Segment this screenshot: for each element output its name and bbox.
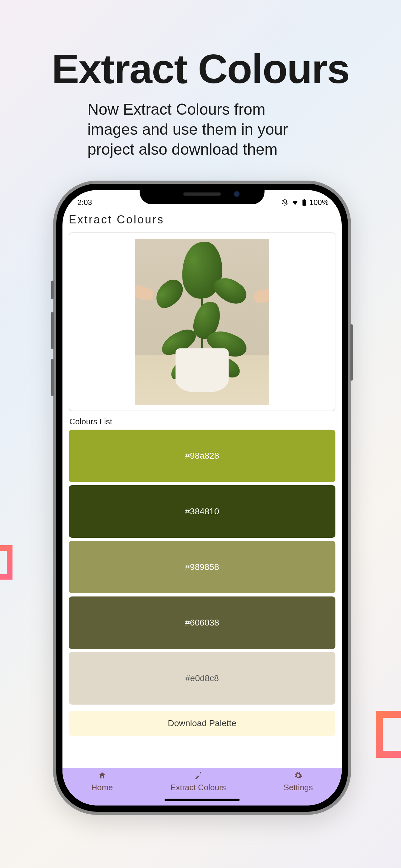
svg-rect-1 xyxy=(303,200,306,206)
battery-percent: 100% xyxy=(309,198,329,207)
swatch-hex-label: #98a828 xyxy=(185,451,219,461)
status-time: 2:03 xyxy=(77,198,92,207)
wifi-icon xyxy=(291,199,299,206)
side-button xyxy=(51,359,54,396)
swatch-hex-label: #384810 xyxy=(185,506,219,517)
home-indicator[interactable] xyxy=(165,799,239,801)
colour-swatch[interactable]: #606038 xyxy=(69,596,335,649)
screen: 2:03 100% Extract Colours xyxy=(63,190,342,806)
swatches-list: #98a828 #384810 #989858 #606038 #e0d8c8 xyxy=(63,430,342,705)
nav-label: Settings xyxy=(283,783,313,793)
colour-swatch[interactable]: #98a828 xyxy=(69,430,335,482)
side-button xyxy=(350,324,353,380)
colour-swatch[interactable]: #e0d8c8 xyxy=(69,652,335,705)
download-palette-button[interactable]: Download Palette xyxy=(69,711,335,736)
decorative-square xyxy=(0,545,12,580)
swatch-hex-label: #e0d8c8 xyxy=(185,673,219,683)
source-image-card[interactable] xyxy=(69,232,335,411)
eyedropper-icon xyxy=(194,771,203,782)
colour-swatch[interactable]: #384810 xyxy=(69,485,335,538)
promo-subtitle: Now Extract Colours from images and use … xyxy=(88,99,319,159)
side-button xyxy=(51,312,54,349)
download-label: Download Palette xyxy=(168,718,236,728)
nav-settings[interactable]: Settings xyxy=(283,771,313,793)
promo-title: Extract Colours xyxy=(0,45,401,92)
bottom-nav: Home Extract Colours Settings xyxy=(63,768,342,806)
side-button xyxy=(51,281,54,299)
colours-list-heading: Colours List xyxy=(63,411,342,430)
svg-rect-2 xyxy=(304,199,305,200)
home-icon xyxy=(98,771,106,782)
gear-icon xyxy=(294,771,303,782)
swatch-hex-label: #989858 xyxy=(185,562,219,572)
phone-notch xyxy=(140,184,265,204)
colour-swatch[interactable]: #989858 xyxy=(69,541,335,593)
decorative-square xyxy=(376,711,401,758)
nav-home[interactable]: Home xyxy=(91,771,113,793)
nav-extract-colours[interactable]: Extract Colours xyxy=(170,771,226,793)
page-title: Extract Colours xyxy=(63,209,342,229)
source-image xyxy=(135,239,269,405)
bell-off-icon xyxy=(281,199,288,206)
battery-icon xyxy=(302,199,306,206)
swatch-hex-label: #606038 xyxy=(185,618,219,628)
phone-frame: 2:03 100% Extract Colours xyxy=(53,181,351,815)
nav-label: Extract Colours xyxy=(170,783,226,793)
nav-label: Home xyxy=(91,783,113,793)
